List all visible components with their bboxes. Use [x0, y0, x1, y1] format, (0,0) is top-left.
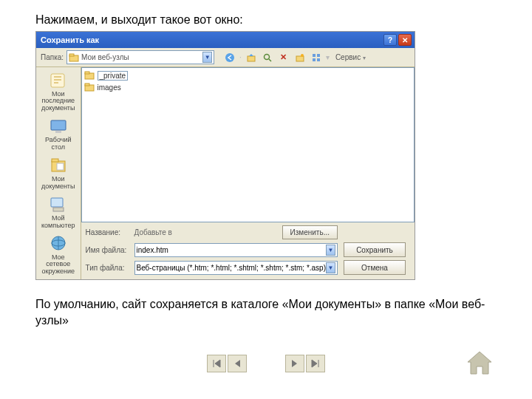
chevron-down-icon: ▼ [326, 262, 335, 273]
skip-forward-icon [310, 359, 321, 368]
pagetitle-label: Название: [86, 228, 129, 236]
filename-label: Имя файла: [86, 246, 129, 254]
place-network[interactable]: Мое сетевое окружение [38, 232, 79, 278]
svg-rect-14 [55, 131, 61, 133]
file-item[interactable]: images [83, 81, 165, 93]
file-item[interactable]: _private [83, 69, 165, 81]
tools-menu[interactable]: Сервис ▾ [335, 53, 366, 61]
svg-rect-19 [53, 208, 64, 211]
svg-rect-13 [51, 120, 66, 130]
svg-rect-1 [69, 54, 74, 56]
svg-rect-17 [57, 163, 64, 170]
computer-icon [47, 195, 70, 214]
place-recent[interactable]: Мои последние документы [38, 69, 79, 115]
home-icon [464, 349, 495, 377]
views-icon[interactable] [310, 51, 323, 64]
filetype-select[interactable]: Веб-страницы (*.htm; *.html; *.shtml; *.… [134, 261, 338, 275]
page-caption: По умолчанию, сайт сохраняется в каталог… [35, 296, 497, 328]
folder-label: Папка: [41, 53, 64, 61]
svg-rect-26 [85, 83, 89, 86]
svg-point-4 [264, 54, 269, 59]
nav-last-button[interactable] [306, 355, 325, 372]
new-folder-icon[interactable] [293, 51, 307, 64]
svg-rect-16 [52, 159, 58, 162]
places-bar: Мои последние документы Рабочий стол Мои… [36, 67, 81, 279]
place-desktop[interactable]: Рабочий стол [38, 115, 79, 154]
cancel-button[interactable]: Отмена [344, 260, 406, 275]
save-button[interactable]: Сохранить [344, 242, 406, 257]
svg-rect-6 [296, 56, 304, 61]
svg-point-7 [301, 54, 304, 57]
arrow-left-icon [233, 359, 242, 368]
desktop-icon [47, 117, 70, 136]
documents-icon [47, 156, 70, 175]
delete-icon[interactable]: ✕ [277, 51, 290, 64]
filetype-label: Тип файла: [86, 264, 129, 272]
close-button[interactable]: ✕ [398, 34, 412, 46]
chevron-down-icon: ▾ [363, 55, 366, 61]
back-button[interactable] [223, 51, 236, 64]
home-button[interactable] [464, 349, 495, 377]
dialog-toolbar: Папка: Мои веб-узлы ▼ · ✕ ▾ Сервис ▾ [36, 48, 415, 67]
nav-prev-button[interactable] [228, 355, 247, 372]
svg-rect-8 [313, 54, 316, 57]
nav-first-button[interactable] [207, 355, 226, 372]
dialog-title: Сохранить как [39, 35, 382, 44]
page-heading: Нажимаем, и выходит такое вот окно: [35, 13, 497, 27]
chevron-down-icon: ▼ [202, 52, 212, 63]
file-list[interactable]: _private images [81, 67, 415, 222]
svg-rect-3 [248, 56, 255, 61]
arrow-right-icon [290, 359, 299, 368]
skip-back-icon [211, 359, 222, 368]
network-icon [47, 234, 70, 253]
folder-icon [83, 82, 95, 92]
dialog-bottom: Название: Добавьте в Изменить... Имя фай… [81, 222, 415, 279]
folder-combo[interactable]: Мои веб-узлы ▼ [66, 50, 214, 64]
recent-icon [47, 71, 70, 90]
search-icon[interactable] [261, 51, 274, 64]
separator-icon: · [239, 53, 242, 61]
nav-next-button[interactable] [285, 355, 304, 372]
slide-nav [0, 355, 532, 372]
help-button[interactable]: ? [383, 34, 397, 46]
filename-input[interactable]: index.htm ▼ [134, 243, 338, 257]
svg-line-5 [269, 59, 271, 61]
svg-rect-12 [51, 74, 64, 87]
folder-value: Мои веб-узлы [81, 53, 129, 61]
svg-rect-9 [317, 54, 320, 57]
save-as-dialog: Сохранить как ? ✕ Папка: Мои веб-узлы ▼ … [35, 31, 415, 280]
svg-rect-11 [317, 58, 320, 61]
help-icon: ? [388, 36, 392, 44]
svg-rect-10 [313, 58, 316, 61]
place-mycomputer[interactable]: Мой компьютер [38, 193, 79, 232]
change-title-button[interactable]: Изменить... [282, 225, 338, 239]
folder-icon [69, 53, 79, 62]
close-icon: ✕ [402, 36, 408, 44]
up-button[interactable] [245, 51, 258, 64]
folder-icon [83, 70, 95, 81]
svg-point-2 [225, 53, 234, 62]
dialog-titlebar[interactable]: Сохранить как ? ✕ [36, 32, 415, 48]
chevron-down-icon: ▼ [326, 245, 335, 256]
pagetitle-value: Добавьте в [134, 228, 172, 236]
svg-rect-18 [51, 198, 63, 207]
svg-rect-24 [85, 72, 89, 74]
place-mydocs[interactable]: Мои документы [38, 154, 79, 193]
